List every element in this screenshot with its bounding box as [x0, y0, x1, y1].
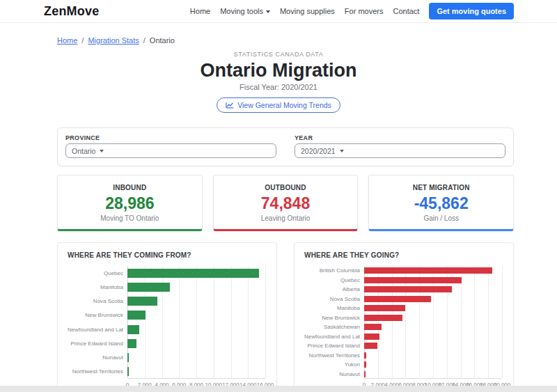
- bar-track: [127, 266, 265, 280]
- bar-row: Quebec: [304, 276, 503, 285]
- province-select[interactable]: Ontario: [65, 143, 276, 158]
- logo[interactable]: ZenMove: [44, 4, 99, 19]
- bar-track: [127, 365, 265, 379]
- year-select[interactable]: 2020/2021: [295, 143, 505, 158]
- bar-track: [364, 351, 502, 361]
- bar: [127, 297, 157, 306]
- bar-category-label: Manitoba: [68, 284, 123, 290]
- nav-item-contact[interactable]: Contact: [393, 7, 419, 15]
- bar-row: Nova Scotia: [68, 295, 267, 308]
- bar: [364, 315, 402, 321]
- bar-category-label: Newfoundland and Labrador: [68, 327, 123, 333]
- outbound-stat-card: OUTBOUND 74,848 Leaving Ontario: [213, 175, 359, 231]
- bar-track: [364, 266, 502, 276]
- province-label: PROVINCE: [65, 134, 276, 141]
- main-nav: Home Moving tools Moving supplies For mo…: [190, 3, 514, 19]
- bar-row: Quebec: [68, 266, 267, 280]
- breadcrumb-current: Ontario: [150, 36, 175, 45]
- inbound-value: 28,986: [63, 194, 196, 213]
- bar-track: [364, 332, 502, 342]
- bar: [364, 334, 379, 340]
- bar-track: [127, 308, 265, 322]
- bar-row: Nova Scotia: [304, 295, 503, 304]
- chevron-down-icon: [266, 10, 270, 13]
- bar-category-label: Yukon: [304, 361, 360, 368]
- bar-track: [127, 351, 265, 365]
- bar: [127, 367, 129, 376]
- get-quotes-button[interactable]: Get moving quotes: [429, 3, 514, 19]
- bar: [364, 352, 366, 359]
- nav-item-for-movers[interactable]: For movers: [345, 7, 384, 15]
- bar-category-label: Quebec: [304, 277, 360, 283]
- bar: [364, 277, 462, 283]
- chart-bars: QuebecManitobaNova ScotiaNew BrunswickNe…: [68, 266, 267, 379]
- view-trends-button[interactable]: View General Moving Trends: [217, 97, 340, 113]
- breadcrumb-separator: /: [81, 36, 84, 45]
- inbound-stat-card: INBOUND 28,986 Moving TO Ontario: [57, 175, 203, 231]
- hero-section: STATISTICS CANADA DATA Ontario Migration…: [0, 51, 557, 113]
- bar: [127, 325, 139, 334]
- bar: [364, 324, 382, 330]
- nav-item-moving-supplies[interactable]: Moving supplies: [280, 7, 335, 15]
- year-label: YEAR: [295, 134, 505, 141]
- coming-from-chart-card: WHERE ARE THEY COMING FROM? QuebecManito…: [57, 242, 277, 392]
- bar: [364, 371, 366, 377]
- bar-row: Nunavut: [68, 351, 267, 365]
- page: ZenMove Home Moving tools Moving supplie…: [0, 0, 557, 392]
- charts-row: WHERE ARE THEY COMING FROM? QuebecManito…: [57, 242, 514, 392]
- bar-row: British Columbia: [304, 266, 503, 276]
- breadcrumb-separator: /: [143, 36, 146, 45]
- stats-row: INBOUND 28,986 Moving TO Ontario OUTBOUN…: [57, 175, 514, 231]
- bar-row: Nunavut: [304, 370, 503, 379]
- page-title: Ontario Migration: [0, 60, 557, 81]
- bar-category-label: Prince Edward Island: [68, 340, 123, 347]
- inbound-sublabel: Moving TO Ontario: [63, 214, 196, 222]
- bar-track: [364, 360, 502, 370]
- year-filter: YEAR 2020/2021: [295, 134, 505, 158]
- bar-category-label: Nunavut: [68, 354, 123, 361]
- bar: [364, 343, 377, 349]
- content-container: PROVINCE Ontario YEAR 2020/2021 INBOUND …: [57, 127, 514, 392]
- going-to-chart-title: WHERE ARE THEY GOING?: [304, 251, 503, 259]
- bar-row: Prince Edward Island: [68, 336, 267, 350]
- outbound-label: OUTBOUND: [219, 184, 352, 191]
- top-nav-bar: ZenMove Home Moving tools Moving supplie…: [0, 0, 557, 23]
- bar-category-label: Quebec: [68, 270, 123, 276]
- bar-category-label: Saskatchewan: [304, 324, 360, 330]
- bar-category-label: Northwest Territories: [304, 352, 360, 359]
- bar-track: [364, 285, 502, 295]
- bar-category-label: New Brunswick: [304, 315, 360, 321]
- bar: [364, 361, 366, 368]
- breadcrumb-home-link[interactable]: Home: [57, 36, 77, 45]
- bar-category-label: New Brunswick: [68, 312, 123, 318]
- breadcrumb-migration-stats-link[interactable]: Migration Stats: [88, 36, 139, 45]
- net-migration-stat-card: NET MIGRATION -45,862 Gain / Loss: [368, 175, 514, 231]
- bar-category-label: Manitoba: [304, 305, 360, 311]
- province-filter: PROVINCE Ontario: [65, 134, 276, 158]
- bar-category-label: Nova Scotia: [304, 296, 360, 302]
- bar-category-label: Newfoundland and Labrador: [304, 334, 360, 340]
- fiscal-year-label: Fiscal Year: 2020/2021: [0, 83, 557, 91]
- coming-from-chart-title: WHERE ARE THEY COMING FROM?: [68, 251, 267, 259]
- bar-track: [364, 304, 502, 313]
- chart-bars: British ColumbiaQuebecAlbertaNova Scotia…: [304, 266, 503, 379]
- bar-category-label: Nova Scotia: [68, 298, 123, 304]
- bar-track: [127, 336, 265, 350]
- bar-track: [364, 341, 502, 351]
- bar-row: Prince Edward Island: [304, 341, 503, 351]
- nav-item-moving-tools[interactable]: Moving tools: [220, 7, 270, 15]
- bar-track: [364, 370, 502, 379]
- bar-track: [364, 276, 502, 285]
- bar-row: Saskatchewan: [304, 322, 503, 332]
- bar: [127, 339, 136, 348]
- net-migration-value: -45,862: [375, 194, 508, 213]
- bar: [127, 311, 146, 320]
- bar-track: [364, 313, 502, 323]
- bar-category-label: Northwest Territories: [68, 368, 123, 375]
- nav-item-home[interactable]: Home: [190, 7, 210, 15]
- bar-row: Newfoundland and Labrador: [304, 332, 503, 342]
- coming-from-bar-chart: QuebecManitobaNova ScotiaNew BrunswickNe…: [68, 266, 267, 389]
- going-to-chart-card: WHERE ARE THEY GOING? British ColumbiaQu…: [294, 242, 514, 392]
- going-to-bar-chart: British ColumbiaQuebecAlbertaNova Scotia…: [304, 266, 503, 389]
- bar-row: Northwest Territories: [68, 365, 267, 379]
